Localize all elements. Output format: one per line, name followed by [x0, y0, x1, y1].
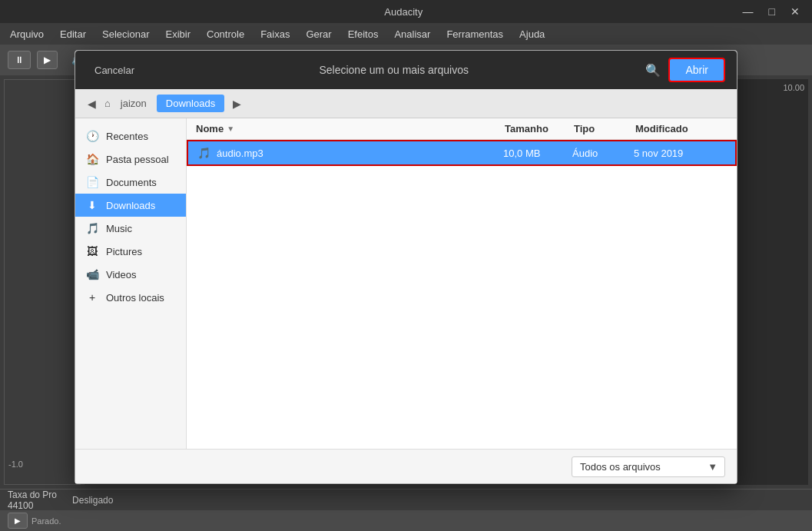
- taxa-label: Taxa do Pro 44100: [8, 490, 57, 511]
- col-type: Tipo: [574, 123, 635, 134]
- sidebar-item-pictures[interactable]: 🖼 Pictures: [75, 240, 186, 263]
- sort-icon: ▼: [227, 124, 234, 133]
- window-controls: — □ ✕: [738, 4, 804, 19]
- sidebar-label-music: Music: [106, 223, 132, 234]
- pause-button[interactable]: ⏸: [8, 51, 31, 69]
- menu-bar: Arquivo Editar Selecionar Exibir Control…: [0, 23, 812, 45]
- home-icon: ⌂: [104, 98, 111, 109]
- file-name: áudio.mp3: [217, 148, 263, 159]
- title-bar: Audacity — □ ✕: [0, 0, 812, 23]
- sidebar-item-videos[interactable]: 📹 Videos: [75, 263, 186, 286]
- timeline-marker: 10.00: [783, 83, 804, 92]
- dialog-footer: Todos os arquivos Arquivos de áudio Arqu…: [75, 449, 737, 483]
- sidebar-label-videos: Videos: [106, 269, 137, 280]
- home-icon: 🏠: [86, 153, 98, 165]
- parado-status: Parado.: [31, 516, 61, 526]
- maximize-button[interactable]: □: [764, 4, 780, 19]
- open-button[interactable]: Abrir: [668, 58, 725, 82]
- dialog-header: Cancelar Selecione um ou mais arquivos 🔍…: [75, 51, 737, 89]
- file-size: 10,0 MB: [503, 148, 572, 159]
- bottom-toolbar: ▶ Parado.: [0, 510, 812, 531]
- sidebar-label-downloads: Downloads: [106, 200, 155, 211]
- dialog-filelist: Nome ▼ Tamanho Tipo Modificado 🎵 áudio.m…: [187, 118, 737, 449]
- menu-efeitos[interactable]: Efeitos: [342, 26, 385, 42]
- menu-gerar[interactable]: Gerar: [300, 26, 337, 42]
- cancel-button[interactable]: Cancelar: [87, 61, 142, 80]
- filter-wrapper: Todos os arquivos Arquivos de áudio Arqu…: [572, 456, 725, 477]
- breadcrumb-home[interactable]: jaizon: [114, 95, 153, 112]
- sidebar-item-pasta-pessoal[interactable]: 🏠 Pasta pessoal: [75, 148, 186, 171]
- filelist-body: 🎵 áudio.mp3 10,0 MB Áudio 5 nov 2019: [187, 140, 737, 449]
- col-size: Tamanho: [505, 123, 574, 134]
- sidebar-item-recentes[interactable]: 🕐 Recentes: [75, 124, 186, 148]
- dialog-sidebar: 🕐 Recentes 🏠 Pasta pessoal 📄 Documents ⬇…: [75, 118, 187, 449]
- add-icon: +: [86, 291, 98, 304]
- menu-exibir[interactable]: Exibir: [159, 26, 197, 42]
- sidebar-label-pasta-pessoal: Pasta pessoal: [106, 154, 169, 165]
- search-icon[interactable]: 🔍: [645, 63, 661, 78]
- menu-analisar[interactable]: Analisar: [388, 26, 436, 42]
- music-icon: 🎵: [86, 222, 98, 234]
- audio-file-icon: 🎵: [197, 147, 210, 159]
- file-name-cell: 🎵 áudio.mp3: [197, 147, 503, 159]
- dialog-body: 🕐 Recentes 🏠 Pasta pessoal 📄 Documents ⬇…: [75, 118, 737, 449]
- status-bar: Taxa do Pro 44100 Desligado: [0, 489, 812, 510]
- file-dialog: Cancelar Selecione um ou mais arquivos 🔍…: [75, 50, 737, 484]
- col-name: Nome ▼: [196, 123, 505, 134]
- videos-icon: 📹: [86, 268, 98, 280]
- file-type: Áudio: [572, 148, 634, 159]
- sidebar-label-recentes: Recentes: [106, 131, 148, 142]
- dialog-nav: ◀ ⌂ jaizon Downloads ▶: [75, 89, 737, 118]
- document-icon: 📄: [86, 176, 98, 188]
- col-modified: Modificado: [635, 123, 727, 134]
- breadcrumb-current[interactable]: Downloads: [157, 95, 224, 112]
- menu-selecionar[interactable]: Selecionar: [96, 26, 155, 42]
- play-bottom-button[interactable]: ▶: [8, 513, 28, 529]
- sidebar-item-documents[interactable]: 📄 Documents: [75, 171, 186, 194]
- clock-icon: 🕐: [86, 130, 98, 142]
- filelist-header: Nome ▼ Tamanho Tipo Modificado: [187, 118, 737, 140]
- dialog-title: Selecione um ou mais arquivos: [150, 64, 638, 76]
- back-button[interactable]: ◀: [83, 95, 101, 112]
- sidebar-item-downloads[interactable]: ⬇ Downloads: [75, 194, 186, 217]
- forward-button[interactable]: ▶: [228, 95, 246, 112]
- filter-select[interactable]: Todos os arquivos Arquivos de áudio Arqu…: [572, 456, 725, 477]
- sidebar-label-documents: Documents: [106, 177, 157, 188]
- menu-ferramentas[interactable]: Ferramentas: [440, 26, 509, 42]
- sidebar-item-outros-locais[interactable]: + Outros locais: [75, 286, 186, 309]
- menu-controle[interactable]: Controle: [201, 26, 250, 42]
- track-panel: -1.0: [4, 79, 81, 485]
- menu-editar[interactable]: Editar: [54, 26, 92, 42]
- menu-arquivo[interactable]: Arquivo: [4, 26, 50, 42]
- sidebar-label-outros-locais: Outros locais: [106, 292, 164, 304]
- sidebar-item-music[interactable]: 🎵 Music: [75, 217, 186, 240]
- app-title: Audacity: [69, 6, 738, 18]
- file-modified: 5 nov 2019: [634, 148, 726, 159]
- sidebar-label-pictures: Pictures: [106, 246, 142, 257]
- close-button[interactable]: ✕: [786, 4, 804, 19]
- minimize-button[interactable]: —: [738, 4, 758, 19]
- download-icon: ⬇: [86, 199, 98, 211]
- play-button[interactable]: ▶: [37, 51, 58, 69]
- table-row[interactable]: 🎵 áudio.mp3 10,0 MB Áudio 5 nov 2019: [187, 140, 737, 166]
- volume-indicator: -1.0: [8, 460, 23, 469]
- desligado-status: Desligado: [72, 495, 113, 506]
- pictures-icon: 🖼: [86, 245, 98, 257]
- menu-faixas[interactable]: Faixas: [254, 26, 296, 42]
- menu-ajuda[interactable]: Ajuda: [513, 26, 551, 42]
